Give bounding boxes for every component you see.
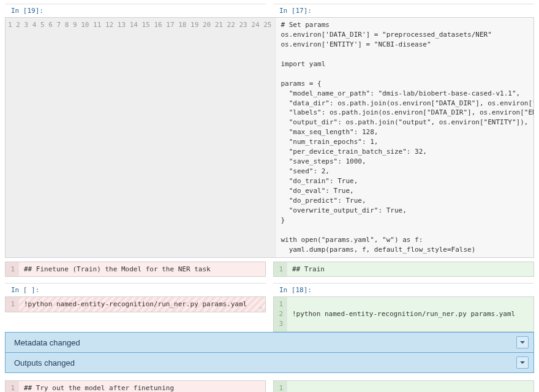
chevron-down-icon [519, 358, 526, 368]
cell2-right[interactable]: 1 ## Train [273, 262, 534, 277]
cell1-code-text[interactable]: # Set params os.environ['DATA_DIR'] = "p… [276, 18, 533, 257]
cell4-row: 1 ## Try out the model after finetuning … [5, 380, 534, 392]
cell4-right-gutter: 1 [274, 381, 287, 392]
chevron-down-icon [519, 338, 526, 347]
outputs-expand-button[interactable] [516, 356, 529, 369]
cell3-right[interactable]: 1 2 3 !python named-entity-recognition/r… [273, 296, 534, 332]
cell3-right-gutter: 1 2 3 [274, 297, 287, 331]
cell2-left-text: ## Finetune (Train) the Model for the NE… [19, 262, 265, 277]
cell1-prompt-row: In [19]: In [17]: [5, 4, 534, 17]
cell2-right-gutter: 1 [274, 262, 287, 277]
cell4-left-gutter: 1 [6, 381, 19, 392]
cell3-left[interactable]: 1 !python named-entity-recognition/run_n… [5, 296, 266, 312]
metadata-changed-banner[interactable]: Metadata changed [5, 332, 534, 353]
cell3-left-prompt: In [ ]: [5, 283, 266, 296]
outputs-changed-banner[interactable]: Outputs changed [5, 353, 534, 373]
cell2-right-text: ## Train [287, 262, 533, 277]
cell3-right-prompt: In [18]: [273, 283, 534, 296]
cell4-left[interactable]: 1 ## Try out the model after finetuning [5, 380, 266, 392]
cell3-left-text: !python named-entity-recognition/run_ner… [19, 297, 265, 312]
cell2-left[interactable]: 1 ## Finetune (Train) the Model for the … [5, 262, 266, 277]
cell1-gutter: 1 2 3 4 5 6 7 8 9 10 11 12 13 14 15 16 1… [6, 18, 276, 257]
cell1-right-prompt: In [17]: [273, 4, 534, 17]
cell3-left-gutter: 1 [6, 297, 19, 312]
metadata-expand-button[interactable] [516, 336, 529, 349]
cell3-right-text: !python named-entity-recognition/run_ner… [287, 297, 533, 331]
cell4-right-text [287, 381, 533, 392]
cell4-left-text: ## Try out the model after finetuning [19, 381, 265, 392]
cell4-right[interactable]: 1 [273, 380, 534, 392]
cell2-left-gutter: 1 [6, 262, 19, 277]
metadata-changed-label: Metadata changed [14, 338, 80, 347]
outputs-changed-label: Outputs changed [14, 358, 75, 368]
cell2-row: 1 ## Finetune (Train) the Model for the … [5, 262, 534, 277]
cell1-code[interactable]: 1 2 3 4 5 6 7 8 9 10 11 12 13 14 15 16 1… [5, 17, 534, 258]
cell3-row: In [ ]: 1 !python named-entity-recogniti… [5, 283, 534, 332]
cell1-left-prompt: In [19]: [5, 4, 266, 17]
